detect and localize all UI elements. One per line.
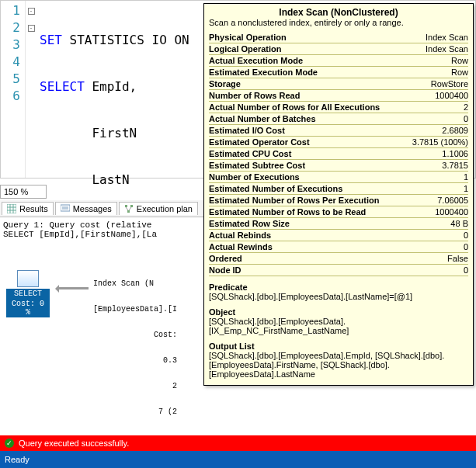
object-value: [SQLShack].[dbo].[EmployeesData].: [209, 317, 468, 326]
line-gutter: 1 2 3 4 5 6: [1, 1, 26, 178]
tab-label: Execution plan: [137, 204, 193, 213]
tab-messages[interactable]: Messages: [55, 202, 117, 215]
cost-label: Cost:: [154, 331, 177, 339]
code-text: FirstN: [40, 126, 137, 140]
plan-arrow-icon: [51, 286, 90, 292]
object-value: [IX_Emp_NC_FirstName_LastName]: [209, 326, 468, 335]
tooltip-row-value: 1.1006: [442, 149, 468, 158]
tooltip-row-key: Logical Operation: [209, 44, 282, 54]
svg-rect-10: [127, 210, 130, 213]
tooltip-row-key: Storage: [209, 79, 241, 88]
line-number: 5: [1, 71, 20, 88]
code-text: LastN: [40, 172, 130, 187]
tooltip-row: Estimated Subtree Cost3.7815: [209, 160, 468, 172]
tooltip-row-value: RowStore: [431, 79, 468, 88]
keyword: SET: [40, 33, 62, 47]
tab-results[interactable]: Results: [2, 202, 54, 215]
plan-icon: [124, 204, 134, 213]
line-number: 2: [1, 19, 20, 36]
tooltip-row: Estimated I/O Cost2.6809: [209, 125, 468, 137]
tooltip-row: Estimated Operator Cost3.7815 (100%): [209, 137, 468, 148]
query-cost-header: Query 1: Query cost (relative: [3, 220, 214, 230]
node-object: [EmployeesData].[I: [93, 305, 177, 314]
tooltip-row: Actual Execution ModeRow: [209, 55, 468, 67]
tooltip-row: OrderedFalse: [209, 253, 468, 265]
tooltip-row: StorageRowStore: [209, 78, 468, 90]
app-status-bar: Ready: [0, 451, 476, 468]
fold-toggle-icon[interactable]: -: [28, 8, 35, 15]
object-heading: Object: [209, 307, 468, 317]
node-cost: Cost: 0 %: [6, 299, 50, 317]
tooltip-row-value: False: [447, 254, 468, 263]
line-number: 4: [1, 54, 20, 71]
tooltip-row-key: Estimated Row Size: [209, 219, 290, 228]
tooltip-row-value: 1: [464, 184, 468, 193]
tooltip-row-value: 1: [464, 172, 468, 182]
zoom-dropdown[interactable]: 150 %: [0, 185, 47, 199]
svg-rect-0: [7, 204, 16, 213]
tooltip-row-key: Estimated Operator Cost: [209, 137, 310, 147]
tooltip-row-key: Estimated Subtree Cost: [209, 161, 305, 170]
tooltip-row: Logical OperationIndex Scan: [209, 43, 468, 55]
keyword: SELECT: [40, 79, 85, 94]
tooltip-row-value: Index Scan: [426, 44, 468, 54]
execution-plan-pane[interactable]: Query 1: Query cost (relative SELECT [Em…: [0, 217, 217, 419]
tooltip-row-key: Actual Number of Rows for All Executions: [209, 102, 380, 112]
output-list-heading: Output List: [209, 341, 468, 351]
output-list-value: [SQLShack].[dbo].[EmployeesData].EmpId, …: [209, 351, 468, 360]
tooltip-row-value: 0: [464, 242, 468, 251]
tooltip-row: Estimated Execution ModeRow: [209, 67, 468, 78]
fold-toggle-icon[interactable]: -: [28, 25, 35, 32]
tooltip-subtitle: Scan a nonclustered index, entirely or o…: [209, 18, 468, 27]
status-text: Query executed successfully.: [19, 439, 129, 448]
tooltip-row-key: Estimated Execution Mode: [209, 68, 318, 77]
tab-execution-plan[interactable]: Execution plan: [119, 202, 198, 215]
svg-rect-5: [61, 205, 70, 211]
tab-label: Messages: [73, 204, 112, 213]
tooltip-row: Node ID0: [209, 265, 468, 276]
success-check-icon: ✓: [5, 439, 14, 448]
svg-line-11: [126, 207, 128, 210]
tooltip-row: Physical OperationIndex Scan: [209, 32, 468, 43]
query-text: SELECT [EmpId],[FirstName],[La: [3, 230, 214, 239]
tooltip-row-key: Actual Rewinds: [209, 242, 273, 251]
tooltip-row-key: Estimated CPU Cost: [209, 149, 291, 158]
grid-icon: [7, 204, 16, 213]
tooltip-row-key: Actual Number of Batches: [209, 114, 316, 123]
tooltip-row-key: Estimated I/O Cost: [209, 126, 285, 135]
tab-label: Results: [19, 204, 48, 213]
tooltip-row: Actual Rewinds0: [209, 241, 468, 253]
tooltip-row: Actual Number of Rows for All Executions…: [209, 102, 468, 113]
predicate-value: [SQLShack].[dbo].[EmployeesData].[LastNa…: [209, 292, 468, 301]
code-text: EmpId,: [85, 79, 137, 94]
tooltip-row: Number of Rows Read1000400: [209, 90, 468, 102]
tooltip-row: Number of Executions1: [209, 172, 468, 183]
tooltip-row-value: 0: [464, 231, 468, 240]
query-status-bar: ✓ Query executed successfully.: [0, 435, 476, 451]
status-label: Ready: [5, 455, 30, 464]
tooltip-row-value: 2.6809: [442, 126, 468, 135]
tooltip-row: Actual Rebinds0: [209, 230, 468, 241]
plan-canvas[interactable]: SELECT Cost: 0 % Index Scan (N [Employee…: [3, 247, 214, 340]
line-number: 6: [1, 88, 20, 105]
tooltip-row-value: 3.7815: [442, 161, 468, 170]
fold-column: - -: [26, 1, 36, 178]
node-label: SELECT: [6, 289, 50, 299]
plan-node-indexscan[interactable]: Index Scan (N [EmployeesData].[I Cost: 0…: [93, 262, 177, 433]
tooltip-row-key: Estimated Number of Rows Per Execution: [209, 196, 379, 205]
predicate-heading: Predicate: [209, 283, 468, 292]
node-title: Index Scan (N: [93, 279, 177, 288]
tooltip-row-key: Ordered: [209, 254, 242, 263]
line-number: 1: [1, 2, 20, 19]
tooltip-row: Estimated Number of Rows to be Read10004…: [209, 206, 468, 218]
tooltip-row-value: Index Scan: [426, 33, 468, 42]
tooltip-row-value: 0: [464, 265, 468, 275]
tooltip-row-key: Estimated Number of Rows to be Read: [209, 207, 366, 217]
cost-val: 0.3: [93, 356, 177, 365]
tooltip-row: Estimated Number of Executions1: [209, 183, 468, 195]
tooltip-row-value: Row: [451, 68, 468, 77]
tooltip-row-value: 1000400: [435, 91, 468, 100]
plan-node-select[interactable]: SELECT Cost: 0 %: [6, 270, 50, 317]
tooltip-row-value: 1000400: [435, 207, 468, 217]
line-number: 3: [1, 36, 20, 54]
